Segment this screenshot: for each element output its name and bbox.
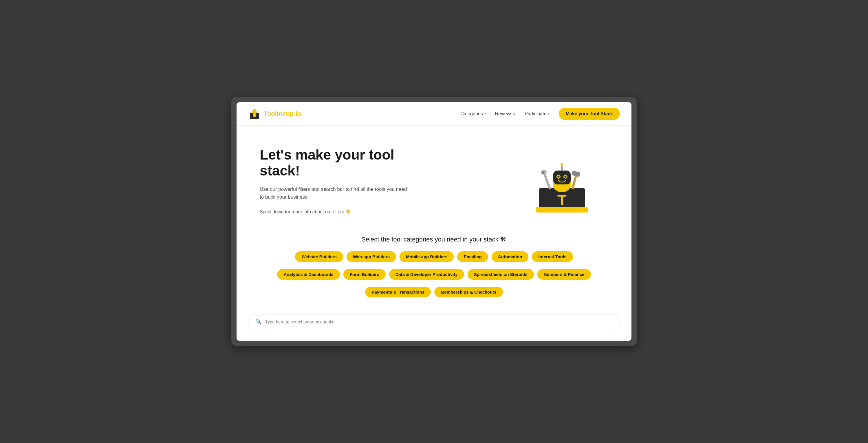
nav-cta-button[interactable]: Make your Tool Stack — [559, 108, 620, 120]
hero-title: Let's make your tool stack! — [260, 147, 410, 179]
search-icon: 🔍 — [255, 318, 262, 325]
logo-name: Toolmeup.io — [264, 110, 301, 118]
toolbox-robot-icon: T — [521, 143, 602, 218]
chevron-down-icon: ▾ — [548, 112, 550, 116]
category-pill[interactable]: Payments & Transactions — [365, 287, 431, 297]
category-pill[interactable]: Website Builders — [295, 251, 343, 262]
logo[interactable]: T Toolmeup.io — [248, 107, 301, 120]
search-bar: 🔍 — [248, 314, 620, 329]
browser-inner: T Toolmeup.io Categories ▾ Reviews ▾ Par… — [237, 102, 631, 341]
svg-text:T: T — [557, 192, 567, 209]
navbar: T Toolmeup.io Categories ▾ Reviews ▾ Par… — [237, 102, 631, 126]
categories-section: Select the tool categories you need in y… — [237, 230, 631, 310]
nav-participate[interactable]: Participate ▾ — [525, 111, 550, 117]
svg-point-5 — [255, 110, 255, 110]
svg-rect-18 — [543, 172, 551, 190]
svg-rect-22 — [571, 170, 581, 177]
category-pill[interactable]: Analytics & Dashboards — [277, 269, 340, 280]
category-pill[interactable]: Form Builders — [343, 269, 386, 280]
hero-subtitle: Use our powerful filters and search bar … — [260, 185, 410, 201]
browser-frame: T Toolmeup.io Categories ▾ Reviews ▾ Par… — [231, 97, 637, 346]
hero-scroll-hint: Scroll down for more info about our filt… — [260, 209, 410, 215]
nav-links: Categories ▾ Reviews ▾ Participate ▾ Mak… — [460, 108, 620, 120]
svg-point-4 — [254, 110, 254, 110]
category-pill[interactable]: Internal Tools — [532, 251, 573, 262]
svg-point-15 — [565, 176, 567, 178]
categories-grid: Website BuildersWeb-app BuildersMobile-a… — [248, 251, 620, 297]
category-pill[interactable]: Automation — [492, 251, 528, 262]
category-pill[interactable]: Memberships & Checkouts — [434, 287, 503, 297]
nav-reviews[interactable]: Reviews ▾ — [495, 111, 515, 117]
category-pill[interactable]: Web-app Builders — [347, 251, 396, 262]
categories-title: Select the tool categories you need in y… — [248, 236, 620, 243]
svg-point-17 — [560, 163, 563, 166]
category-pill[interactable]: Numbers & Finance — [537, 269, 591, 280]
hero-section: Let's make your tool stack! Use our powe… — [237, 126, 631, 230]
category-pill[interactable]: Data & Developer Productivity — [389, 269, 464, 280]
chevron-down-icon: ▾ — [514, 112, 515, 116]
svg-point-14 — [558, 176, 560, 178]
nav-categories[interactable]: Categories ▾ — [460, 111, 486, 117]
hero-text-block: Let's make your tool stack! Use our powe… — [260, 147, 410, 215]
svg-point-3 — [253, 109, 256, 112]
search-input[interactable] — [265, 319, 613, 324]
category-pill[interactable]: Emailing — [457, 251, 488, 262]
category-pill[interactable]: Spreadsheets on Steroids — [468, 269, 534, 280]
search-section: 🔍 — [237, 310, 631, 341]
chevron-down-icon: ▾ — [485, 112, 486, 116]
svg-text:T: T — [253, 115, 255, 119]
category-pill[interactable]: Mobile-app Builders — [400, 251, 454, 262]
hero-illustration: T — [516, 143, 608, 218]
logo-icon: T — [248, 107, 261, 120]
